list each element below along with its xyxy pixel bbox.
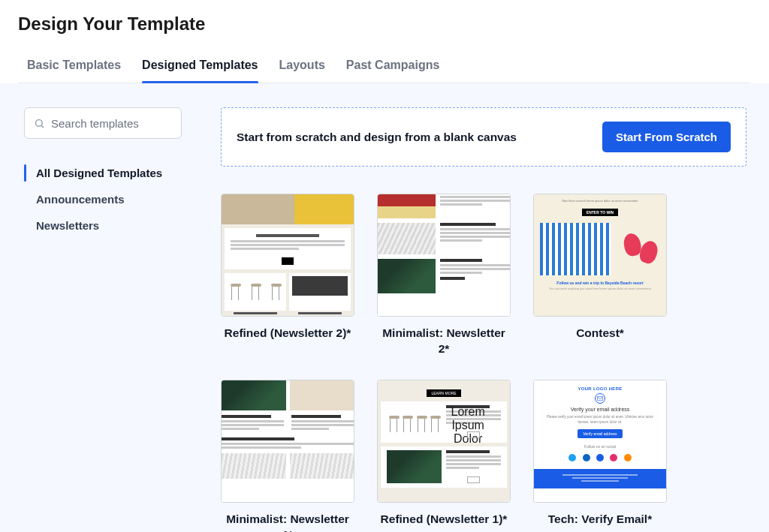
svg-point-0	[36, 119, 43, 126]
lorem-heading: Lorem Ipsum Dolor	[446, 405, 490, 408]
page-title: Design Your Template	[18, 14, 751, 35]
template-title: Refined (Newsletter 2)*	[221, 326, 354, 341]
template-card[interactable]: Minimalist: Newsletter 2*	[377, 194, 511, 357]
start-from-scratch-banner: Start from scratch and design from a bla…	[221, 107, 746, 167]
tab-past-campaigns[interactable]: Past Campaigns	[346, 53, 439, 83]
template-thumbnail: YOUR LOGO HERE Verify your email address…	[533, 380, 667, 503]
enter-to-win-badge: ENTER TO WIN	[582, 209, 618, 216]
search-box[interactable]	[24, 107, 182, 139]
template-card[interactable]: Start from scratch lorem ipsum dolor sit…	[533, 194, 667, 357]
template-thumbnail	[377, 194, 511, 317]
template-title: Contest*	[533, 326, 667, 341]
template-title: Minimalist: Newsletter 2*	[377, 326, 511, 357]
category-announcements[interactable]: Announcements	[24, 186, 182, 212]
start-from-scratch-button[interactable]: Start From Scratch	[602, 122, 731, 152]
main-content: Start from scratch and design from a bla…	[182, 107, 746, 532]
template-card[interactable]: LEARN MORE Lorem Ipsum Dolor	[377, 380, 511, 532]
svg-line-1	[41, 125, 44, 128]
scratch-prompt-text: Start from scratch and design from a bla…	[237, 131, 517, 144]
logo-placeholder: YOUR LOGO HERE	[541, 386, 659, 391]
search-icon	[34, 118, 45, 129]
verify-heading: Verify your email address	[541, 407, 659, 412]
tabs-bar: Basic Templates Designed Templates Layou…	[18, 53, 751, 83]
contest-cta: Follow us and win a trip to Bayside Beac…	[538, 281, 662, 285]
template-card[interactable]: Refined (Newsletter 2)*	[221, 194, 354, 357]
template-title: Minimalist: Newsletter 1*	[221, 512, 354, 532]
template-thumbnail: LEARN MORE Lorem Ipsum Dolor	[377, 380, 511, 503]
search-input[interactable]	[51, 117, 172, 130]
template-thumbnail	[221, 380, 354, 503]
category-newsletters[interactable]: Newsletters	[24, 212, 182, 239]
template-card[interactable]: YOUR LOGO HERE Verify your email address…	[533, 380, 667, 532]
verify-email-button: Verify email address	[578, 429, 622, 438]
template-title: Tech: Verify Email*	[533, 512, 667, 527]
tab-designed-templates[interactable]: Designed Templates	[142, 53, 258, 83]
svg-rect-2	[597, 396, 602, 400]
follow-social-text: Follow us on social	[541, 444, 659, 449]
template-title: Refined (Newsletter 1)*	[377, 512, 511, 527]
category-list: All Designed Templates Announcements New…	[24, 160, 182, 239]
tab-layouts[interactable]: Layouts	[279, 53, 325, 83]
sidebar: All Designed Templates Announcements New…	[24, 107, 182, 532]
template-grid: Refined (Newsletter 2)*	[221, 194, 746, 532]
template-thumbnail: Start from scratch lorem ipsum dolor sit…	[533, 194, 667, 317]
template-thumbnail	[221, 194, 354, 317]
template-card[interactable]: Minimalist: Newsletter 1*	[221, 380, 354, 532]
tab-basic-templates[interactable]: Basic Templates	[27, 53, 121, 83]
verify-body: Please verify your email lorem ipsum dol…	[541, 415, 659, 425]
learn-more-badge: LEARN MORE	[427, 389, 460, 397]
category-all-designed[interactable]: All Designed Templates	[24, 160, 182, 186]
